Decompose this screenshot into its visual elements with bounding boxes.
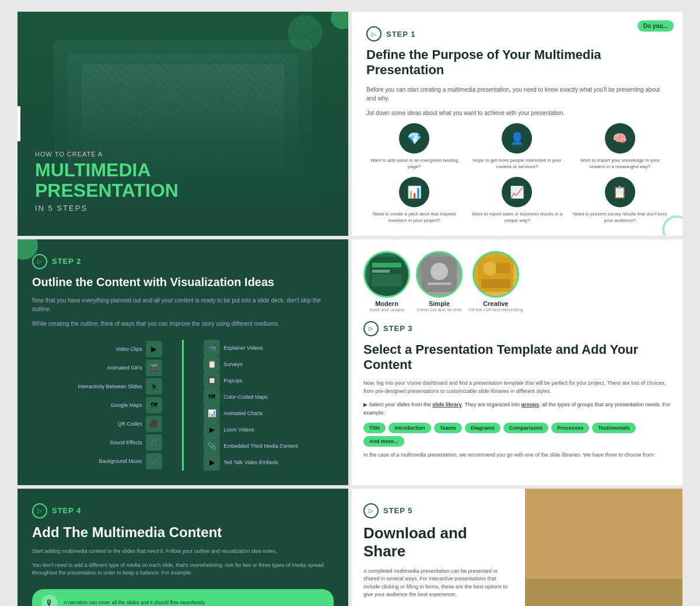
tl-label-2: Interactivity Between Slides (78, 384, 142, 389)
tl-label-3: Google Maps (111, 402, 142, 408)
slide-1: HOW TO CREATE A MULTIMEDIA PRESENTATION … (18, 12, 348, 236)
slide6-left: ▷ STEP 5 Download and Share A completed … (352, 489, 525, 606)
tl-label-1: Animated GIFs (107, 365, 142, 371)
slide3-step-num: STEP 2 (52, 257, 82, 266)
template-creative-img (473, 251, 519, 298)
tl-item-0: Video Clips ▶ (32, 341, 162, 357)
bullet-icon-0: 🎙 (41, 595, 58, 606)
slide3-timeline-center (168, 340, 198, 471)
slide1-title-line2: PRESENTATION (35, 180, 178, 201)
template-simple-name: Simple (416, 300, 461, 307)
svg-rect-22 (525, 579, 682, 606)
tl-icon-5: 🎵 (146, 434, 162, 451)
tl-label-0: Video Clips (116, 346, 142, 352)
slide2-icon-circle-1: 👤 (502, 123, 532, 154)
svg-rect-9 (372, 274, 401, 286)
slide4-step-header: ▷ STEP 3 (363, 321, 671, 336)
template-modern-desc: Seek and unique (369, 307, 404, 312)
slide2-icon-circle-0: 💎 (399, 123, 429, 154)
bullet-0: 🎙 A narration can cover all the slides a… (32, 589, 334, 606)
tr-item-7: ▶ Ted Talk Video Embeds (204, 454, 334, 471)
tl-icon-4: ⬛ (146, 416, 162, 432)
slide1-content: HOW TO CREATE A MULTIMEDIA PRESENTATION … (35, 151, 178, 212)
tr-icon-7: ▶ (204, 454, 220, 471)
tl-item-3: Google Maps 🗺 (32, 397, 162, 413)
slide1-title-line1: MULTIMEDIA (35, 160, 178, 180)
slide2-step-icon: ▷ (366, 26, 382, 41)
slide3-timeline-left: Video Clips ▶ Animated GIFs 🎬 Interactiv… (32, 340, 168, 471)
slide6-step-icon: ▷ (363, 503, 379, 518)
tl-item-5: Sound Effects 🎵 (32, 434, 162, 451)
tr-item-4: 📊 Animated Charts (204, 405, 334, 422)
tl-icon-0: ▶ (146, 341, 162, 357)
tr-icon-6: 📎 (204, 438, 220, 454)
slide6-right-image (525, 489, 682, 606)
slide3-desc1: Now that you have everything planned out… (32, 296, 334, 314)
slide2-icons-grid: 💎 Want to add value to an evergreen land… (366, 123, 668, 224)
tag-processes: Processes (551, 423, 589, 433)
slide5-desc2: You don't need to add a different type o… (32, 562, 334, 577)
slide3-title: Outline the Content with Visualization I… (32, 275, 334, 289)
template-simple-label: Simple Clean cut and no-frills (416, 300, 461, 312)
svg-rect-12 (428, 283, 451, 285)
tl-label-5: Sound Effects (110, 440, 142, 445)
template-modern-label: Modern Seek and unique (369, 300, 404, 312)
slide5-desc1: Start adding multimedia content to the s… (32, 548, 334, 556)
slide2-icon-circle-2: 🧠 (605, 123, 635, 154)
slide2-icon-3: 📊 Need to create a pitch deck that inspi… (366, 177, 462, 224)
slide4-body: Now, log into your Visme dashboard and f… (363, 379, 671, 395)
tl-icon-2: 🖱 (146, 378, 162, 395)
slide2-desc1: Before you can start creating a multimed… (366, 85, 668, 103)
template-creative-desc: Off the cuff and interesting (468, 307, 523, 312)
slide5-step-icon: ▷ (32, 503, 47, 518)
tag-introduction: Introduction (388, 423, 431, 433)
slide5-title: Add The Multimedia Content (32, 524, 334, 541)
tag-title: Title (363, 423, 386, 433)
tr-label-7: Ted Talk Video Embeds (223, 459, 278, 465)
slide4-tags: Title Introduction Teams Diagrams Compar… (363, 423, 671, 447)
tr-item-3: 🗺 Color-Coded Maps (204, 389, 334, 405)
template-creative-name: Creative (468, 300, 523, 307)
slide2-icon-label-2: Wish to impart your knowledge to your re… (572, 157, 668, 170)
slide2-desc2: Jot down some ideas about what you want … (366, 109, 668, 117)
tr-label-6: Embedded Third Media Content (223, 443, 298, 449)
slide4-hint: ▶ Select your slides from the slide libr… (363, 401, 671, 417)
slide3-step-header: ▷ STEP 2 (32, 254, 334, 269)
tr-item-2: 🔲 PopUps (204, 372, 334, 389)
slide5-step-header: ▷ STEP 4 (32, 503, 334, 518)
slide6-keyboard-image (525, 489, 682, 606)
slide4-step-icon: ▷ (363, 321, 379, 336)
tl-item-6: Background Music 🎶 (32, 453, 162, 469)
tl-item-1: Animated GIFs 🎬 (32, 360, 162, 376)
tr-item-0: 📹 Explainer Videos (204, 340, 334, 356)
slide1-pre-title: HOW TO CREATE A (35, 151, 178, 158)
tr-item-1: 📋 Surveys (204, 356, 334, 372)
svg-point-14 (483, 262, 497, 276)
slide2-step-num: STEP 1 (386, 30, 416, 39)
slide2-icon-5: 📋 Need to present survey results that do… (572, 177, 668, 224)
tl-icon-6: 🎶 (146, 453, 162, 469)
template-creative-label: Creative Off the cuff and interesting (468, 300, 523, 312)
slide2-icon-label-4: Want to report sales or business results… (469, 211, 565, 224)
template-simple-desc: Clean cut and no-frills (416, 307, 461, 312)
presentation-grid: HOW TO CREATE A MULTIMEDIA PRESENTATION … (18, 12, 682, 606)
slide3-desc2: While creating the outline, think of way… (32, 319, 334, 328)
tl-label-6: Background Music (99, 458, 142, 464)
slide4-templates: Modern Seek and unique Simple Clean cut … (363, 251, 671, 312)
tag-diagrams: Diagrams (465, 423, 501, 433)
slide2-icon-circle-4: 📈 (502, 177, 532, 207)
slide2-icon-label-5: Need to present survey results that don'… (572, 211, 668, 224)
slide2-icon-1: 👤 Hope to get more people interested in … (469, 123, 565, 170)
slide5-step-num: STEP 4 (52, 506, 82, 515)
svg-point-11 (430, 263, 448, 280)
tr-label-4: Animated Charts (223, 410, 262, 416)
slide1-accent-bar (18, 106, 20, 141)
tr-item-6: 📎 Embedded Third Media Content (204, 438, 334, 454)
tr-icon-4: 📊 (204, 405, 220, 422)
template-modern-img (363, 251, 410, 298)
slide2-icon-circle-5: 📋 (605, 177, 635, 207)
svg-rect-7 (372, 263, 401, 267)
slide4-step-num: STEP 3 (383, 324, 413, 333)
slide2-title: Define the Purpose of Your Multimedia Pr… (366, 47, 668, 78)
svg-rect-15 (496, 263, 510, 273)
